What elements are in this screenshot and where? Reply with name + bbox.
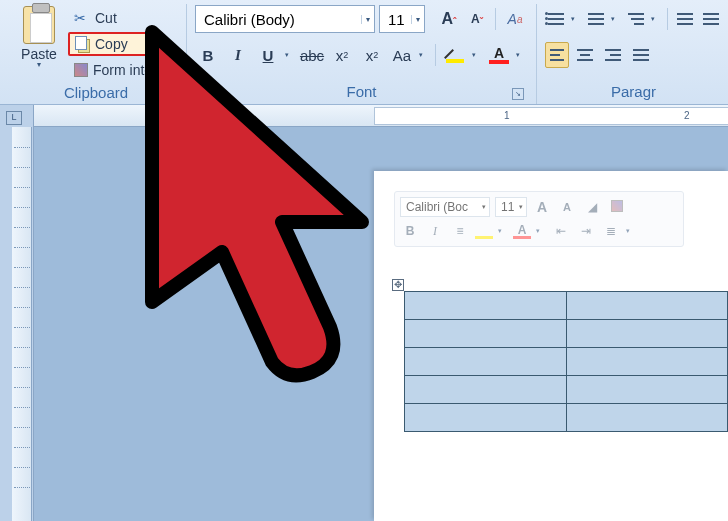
mini-toolbar: Calibri (Boc▾ 11▾ A A ◢ B I ≡ ▾ A [394, 191, 684, 247]
table-row[interactable] [405, 348, 728, 376]
table-row[interactable] [405, 404, 728, 432]
mini-increase-indent[interactable]: ⇥ [576, 224, 596, 238]
table-row[interactable] [405, 376, 728, 404]
table-cell[interactable] [566, 320, 728, 348]
bullets-button[interactable] [545, 6, 567, 32]
format-painter-label: Form inter [93, 62, 157, 78]
mini-format-painter[interactable] [607, 200, 627, 215]
vertical-ruler [12, 127, 32, 521]
mini-decrease-indent[interactable]: ⇤ [551, 224, 571, 238]
cut-button[interactable]: ✂ Cut [68, 6, 163, 30]
cut-label: Cut [95, 10, 117, 26]
document-area[interactable]: 1 2 Calibri (Boc▾ 11▾ A A ◢ B [34, 105, 728, 521]
multilevel-list-button[interactable] [625, 6, 647, 32]
mini-bold[interactable]: B [400, 224, 420, 238]
change-case-dropdown[interactable]: ▾ [419, 51, 429, 59]
underline-button[interactable]: U [255, 41, 281, 69]
strikethrough-button[interactable]: abc [299, 41, 325, 69]
mini-font-color-dd[interactable]: ▾ [536, 227, 546, 235]
font-name-combo[interactable]: Calibri (Body) ▾ [195, 5, 375, 33]
mini-bullets-dd[interactable]: ▾ [626, 227, 636, 235]
table-cell[interactable] [405, 376, 567, 404]
tab-selector[interactable]: L [6, 111, 22, 125]
group-font: Calibri (Body) ▾ 11 ▾ Aˆ Aˇ Aa [187, 4, 537, 104]
grow-font-button[interactable]: Aˆ [437, 6, 461, 32]
table-cell[interactable] [566, 348, 728, 376]
mini-grow-font[interactable]: A [532, 199, 552, 215]
table-cell[interactable] [566, 376, 728, 404]
font-dialog-launcher[interactable]: ↘ [512, 88, 524, 100]
table-row[interactable] [405, 320, 728, 348]
group-clipboard: Paste ▾ ✂ Cut Copy Form inter Cl [6, 4, 187, 104]
clipboard-dialog-launcher[interactable]: ↘ [162, 89, 174, 101]
shrink-font-button[interactable]: Aˇ [465, 6, 489, 32]
copy-label: Copy [95, 36, 128, 52]
mini-highlight-dd[interactable]: ▾ [498, 227, 508, 235]
mini-highlight[interactable] [475, 223, 493, 239]
align-right-button[interactable] [601, 42, 625, 68]
align-left-button[interactable] [545, 42, 569, 68]
font-group-label: Font [346, 81, 376, 104]
ruler-mark-1: 1 [504, 110, 510, 121]
font-color-icon: A [489, 45, 509, 65]
ribbon: Paste ▾ ✂ Cut Copy Form inter Cl [0, 0, 728, 105]
paintbrush-icon [74, 63, 88, 77]
table-cell[interactable] [405, 320, 567, 348]
align-justify-button[interactable] [629, 42, 653, 68]
numbering-dropdown[interactable]: ▾ [611, 15, 621, 23]
table-row[interactable] [405, 292, 728, 320]
highlighter-icon [446, 46, 464, 64]
table-move-handle[interactable]: ✥ [392, 279, 404, 291]
chevron-down-icon: ▾ [411, 15, 420, 24]
table-cell[interactable] [566, 404, 728, 432]
increase-indent-button[interactable] [700, 6, 722, 32]
format-painter-button[interactable]: Form inter [68, 58, 163, 82]
mini-font-name[interactable]: Calibri (Boc▾ [400, 197, 490, 217]
mini-align-center[interactable]: ≡ [450, 224, 470, 238]
superscript-button[interactable]: x2 [359, 41, 385, 69]
table-cell[interactable] [405, 348, 567, 376]
bullets-dropdown[interactable]: ▾ [571, 15, 581, 23]
multilevel-dropdown[interactable]: ▾ [651, 15, 661, 23]
clipboard-group-label: Clipboard [64, 82, 128, 105]
font-name-value: Calibri (Body) [204, 11, 295, 28]
scissors-icon: ✂ [74, 10, 90, 26]
highlight-dropdown[interactable]: ▾ [472, 51, 482, 59]
align-center-button[interactable] [573, 42, 597, 68]
paste-button[interactable]: Paste ▾ [14, 4, 64, 82]
workspace: L 1 2 Calibri (Boc▾ [0, 105, 728, 521]
horizontal-ruler: 1 2 [34, 105, 728, 127]
numbering-button[interactable] [585, 6, 607, 32]
copy-icon [76, 37, 90, 51]
mini-font-size[interactable]: 11▾ [495, 197, 527, 217]
paste-icon [23, 6, 55, 44]
highlight-button[interactable] [442, 41, 468, 69]
table-cell[interactable] [405, 404, 567, 432]
mini-shrink-font[interactable]: A [557, 201, 577, 213]
font-color-button[interactable]: A [486, 41, 512, 69]
table-cell[interactable] [566, 292, 728, 320]
mini-styles[interactable]: ◢ [582, 200, 602, 214]
mini-font-color[interactable]: A [513, 223, 531, 239]
bold-button[interactable]: B [195, 41, 221, 69]
italic-button[interactable]: I [225, 41, 251, 69]
subscript-button[interactable]: x2 [329, 41, 355, 69]
paragraph-group-label: Paragr [611, 81, 656, 104]
font-color-dropdown[interactable]: ▾ [516, 51, 526, 59]
table-cell[interactable] [405, 292, 567, 320]
ruler-mark-2: 2 [684, 110, 690, 121]
chevron-down-icon: ▾ [37, 60, 41, 69]
mini-bullets[interactable]: ≣ [601, 224, 621, 238]
underline-dropdown[interactable]: ▾ [285, 51, 295, 59]
font-size-value: 11 [388, 11, 405, 28]
decrease-indent-button[interactable] [674, 6, 696, 32]
mini-italic[interactable]: I [425, 224, 445, 239]
change-case-button[interactable]: Aa [389, 41, 415, 69]
clear-formatting-button[interactable]: Aa [502, 6, 528, 32]
font-size-combo[interactable]: 11 ▾ [379, 5, 425, 33]
copy-button[interactable]: Copy [68, 32, 163, 56]
document-page[interactable]: Calibri (Boc▾ 11▾ A A ◢ B I ≡ ▾ A [374, 171, 728, 521]
document-table[interactable] [404, 291, 728, 432]
chevron-down-icon: ▾ [361, 15, 370, 24]
group-paragraph: ▾ ▾ ▾ [537, 4, 722, 104]
